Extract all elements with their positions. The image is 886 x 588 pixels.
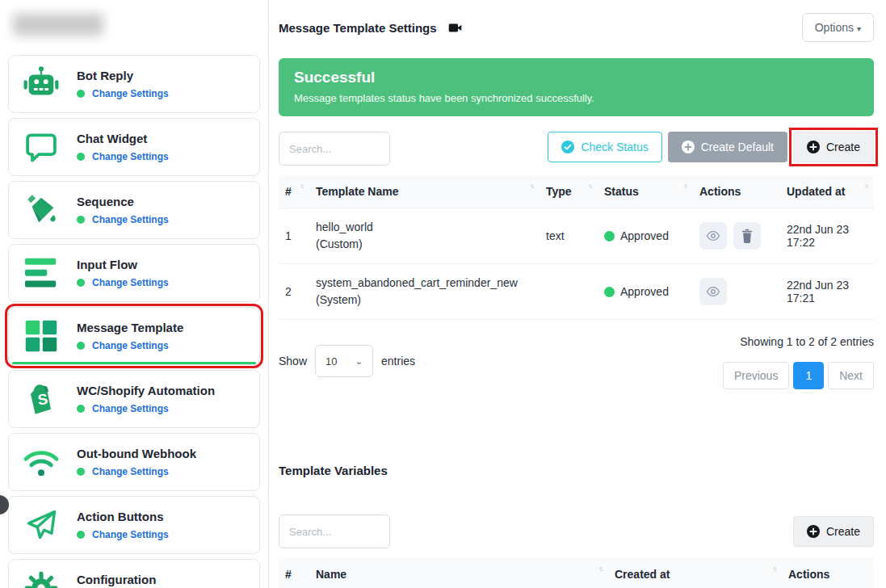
options-button[interactable]: Options▾ — [802, 13, 874, 42]
gear-icon — [22, 570, 61, 588]
table-row: 1 hello_world(Custom) text Approved 22nd — [279, 208, 874, 264]
col-header-num[interactable]: #↑↓ — [279, 175, 309, 208]
sort-icon[interactable]: ↑↓ — [588, 183, 591, 190]
chevron-down-icon: ▾ — [857, 24, 861, 33]
sidebar-item-message-template[interactable]: Message Template Change Settings — [8, 307, 260, 365]
sidebar-item-wc-shopify[interactable]: S WC/Shopify Automation Change Settings — [8, 370, 260, 428]
page-title: Message Template Settings — [279, 21, 437, 35]
alert-message: Message templates status have been synch… — [294, 92, 859, 104]
sidebar-item-chat-widget[interactable]: Chat Widget Change Settings — [8, 118, 260, 176]
sort-icon[interactable]: ↑↓ — [530, 183, 533, 190]
change-settings-link[interactable]: Change Settings — [92, 88, 169, 99]
sort-icon[interactable]: ↑↓ — [598, 565, 602, 573]
row-num: 2 — [279, 264, 309, 320]
sidebar-item-label: WC/Shopify Automation — [77, 384, 215, 397]
create-variable-button[interactable]: Create — [793, 516, 874, 547]
entries-label: entries — [381, 355, 415, 368]
status-badge: Approved — [604, 229, 687, 242]
sidebar-item-action-buttons[interactable]: Action Buttons Change Settings — [8, 496, 260, 554]
bars-icon — [22, 257, 61, 289]
plus-circle-icon — [682, 141, 695, 153]
sidebar-item-label: Message Template — [77, 321, 183, 334]
robot-icon — [22, 65, 61, 103]
trash-icon — [741, 229, 754, 243]
col-header-type[interactable]: Type↑↓ — [540, 175, 598, 208]
video-camera-icon[interactable] — [448, 23, 462, 33]
view-button[interactable] — [699, 222, 727, 250]
sort-icon[interactable]: ↑↓ — [772, 565, 775, 573]
status-dot — [77, 531, 85, 539]
col-header-actions: Actions — [693, 175, 780, 208]
shopify-bag-icon: S — [22, 380, 61, 418]
eye-icon — [706, 284, 720, 299]
row-num: 1 — [279, 208, 309, 264]
success-alert: Successful Message templates status have… — [279, 58, 874, 116]
template-type-cell: text — [540, 208, 598, 264]
plus-circle-icon — [807, 141, 820, 153]
sidebar-item-configuration[interactable]: Configuration Change Settings — [8, 559, 260, 588]
sidebar-item-label: Input Flow — [77, 258, 169, 271]
table-row: 2 system_abandoned_cart_reminder_new(Sys… — [279, 264, 874, 320]
col-header-created-at[interactable]: Created at↑↓ — [608, 558, 782, 588]
template-type-cell — [540, 264, 598, 320]
change-settings-link[interactable]: Change Settings — [92, 277, 169, 288]
status-dot — [604, 287, 615, 297]
updated-at-cell: 22nd Jun 23 17:21 — [780, 264, 874, 320]
plus-circle-icon — [807, 525, 820, 538]
updated-at-cell: 22nd Jun 23 17:22 — [780, 208, 874, 264]
col-header-num: # — [279, 558, 309, 588]
col-header-status[interactable]: Status↑↓ — [598, 175, 693, 208]
app-window: Bot Reply Change Settings Chat Widget Ch… — [0, 0, 886, 588]
sidebar-item-input-flow[interactable]: Input Flow Change Settings — [8, 244, 260, 302]
chevron-down-icon: ⌄ — [355, 356, 363, 367]
sidebar-item-label: Out-bound Webhook — [77, 447, 196, 460]
status-dot — [77, 153, 85, 161]
sidebar-item-bot-reply[interactable]: Bot Reply Change Settings — [8, 55, 260, 113]
create-button[interactable]: Create — [793, 132, 874, 162]
table-header-row: # Name↑↓ Created at↑↓ Actions — [279, 558, 874, 588]
sort-icon[interactable]: ↑↓ — [864, 183, 867, 190]
eye-icon — [706, 229, 720, 243]
col-header-template-name[interactable]: Template Name↑↓ — [309, 175, 540, 208]
sidebar-item-label: Sequence — [77, 195, 169, 208]
change-settings-link[interactable]: Change Settings — [92, 214, 169, 225]
check-circle-icon — [561, 141, 574, 153]
grid-icon — [22, 319, 61, 353]
variables-search-input[interactable] — [279, 514, 390, 548]
page-size-select[interactable]: 10 ⌄ — [315, 345, 373, 377]
page-1-button[interactable]: 1 — [793, 362, 824, 389]
change-settings-link[interactable]: Change Settings — [92, 340, 169, 351]
status-dot — [77, 468, 85, 476]
change-settings-link[interactable]: Change Settings — [92, 403, 169, 414]
template-variables-title: Template Variables — [279, 464, 874, 477]
create-default-button[interactable]: Create Default — [668, 132, 787, 162]
sort-icon[interactable]: ↑↓ — [683, 183, 687, 190]
chat-bubble-icon — [22, 129, 61, 165]
col-header-updated-at[interactable]: Updated at↑↓ — [780, 175, 874, 208]
change-settings-link[interactable]: Change Settings — [92, 151, 169, 162]
table-header-row: #↑↓ Template Name↑↓ Type↑↓ Status↑↓ Acti… — [279, 175, 874, 208]
status-dot — [604, 231, 615, 242]
next-page-button[interactable]: Next — [828, 362, 874, 389]
check-status-button[interactable]: Check Status — [548, 132, 661, 162]
sidebar-item-sequence[interactable]: Sequence Change Settings — [8, 181, 260, 239]
status-dot — [77, 342, 85, 350]
templates-table: #↑↓ Template Name↑↓ Type↑↓ Status↑↓ Acti… — [279, 175, 874, 320]
delete-button[interactable] — [733, 222, 761, 250]
sidebar-item-label: Configuration — [77, 573, 169, 586]
template-name-cell: system_abandoned_cart_reminder_new(Syste… — [309, 264, 540, 320]
col-header-actions: Actions — [782, 558, 874, 588]
paper-plane-icon — [22, 507, 61, 543]
change-settings-link[interactable]: Change Settings — [92, 529, 169, 540]
change-settings-link[interactable]: Change Settings — [92, 466, 169, 477]
previous-page-button[interactable]: Previous — [723, 362, 789, 389]
view-button[interactable] — [699, 278, 727, 305]
main-content: Message Template Settings Options▾ Succe… — [269, 0, 886, 588]
template-name-cell: hello_world(Custom) — [309, 208, 540, 264]
sort-icon[interactable]: ↑↓ — [300, 183, 303, 190]
template-search-input[interactable] — [279, 132, 390, 166]
sidebar-item-label: Bot Reply — [77, 69, 169, 82]
wifi-icon — [22, 447, 61, 477]
col-header-name[interactable]: Name↑↓ — [309, 558, 608, 588]
sidebar-item-outbound-webhook[interactable]: Out-bound Webhook Change Settings — [8, 433, 260, 491]
